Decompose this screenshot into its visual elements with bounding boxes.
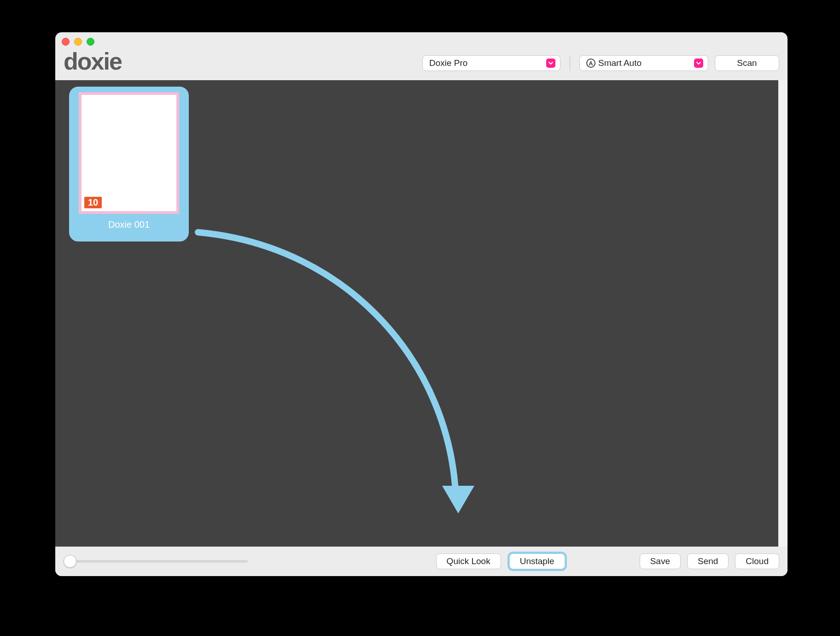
mode-dropdown[interactable]: A Smart Auto [579, 55, 708, 71]
vertical-scrollbar[interactable] [778, 80, 788, 547]
scan-thumbnail[interactable]: 10 Doxie 001 [69, 87, 189, 241]
quick-look-button[interactable]: Quick Look [436, 554, 501, 569]
scan-grid: 10 Doxie 001 [55, 80, 788, 547]
zoom-slider-thumb[interactable] [64, 555, 76, 568]
save-button[interactable]: Save [640, 554, 681, 569]
unstaple-button[interactable]: Unstaple [509, 554, 565, 569]
send-button[interactable]: Send [687, 554, 729, 569]
unstaple-highlight: Unstaple [508, 552, 567, 571]
minimize-window-button[interactable] [74, 38, 82, 46]
chevron-down-icon [694, 59, 703, 68]
thumbnail-label: Doxie 001 [108, 219, 150, 230]
fullscreen-window-button[interactable] [87, 38, 94, 46]
toolbar-divider [570, 55, 570, 71]
cloud-button[interactable]: Cloud [735, 554, 779, 569]
footer-toolbar: Quick Look Unstaple Save Send Cloud [55, 547, 788, 576]
window-titlebar [55, 32, 788, 46]
close-window-button[interactable] [62, 38, 70, 46]
page-count-badge: 10 [84, 197, 102, 208]
scanner-dropdown[interactable]: Doxie Pro [422, 55, 560, 71]
auto-mode-icon: A [586, 59, 595, 68]
app-logo: doxie [64, 47, 122, 75]
chevron-down-icon [546, 59, 555, 68]
app-window: doxie Doxie Pro A Smart Auto Scan 10 [55, 32, 788, 576]
mode-dropdown-label: Smart Auto [598, 58, 642, 68]
toolbar: doxie Doxie Pro A Smart Auto Scan [55, 46, 788, 80]
scanner-dropdown-label: Doxie Pro [429, 58, 467, 68]
thumbnail-preview: 10 [79, 92, 179, 214]
zoom-slider[interactable] [64, 560, 248, 563]
scan-button[interactable]: Scan [715, 55, 779, 71]
